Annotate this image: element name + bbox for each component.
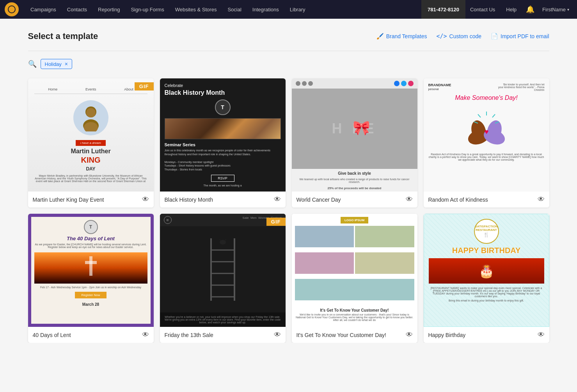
mlk-portrait bbox=[73, 100, 108, 135]
template-name-mlk: Martin Luther King Day Event bbox=[33, 197, 104, 203]
cd-sub: We'd like to invite you in on a conversa… bbox=[292, 313, 417, 324]
nav-campaigns[interactable]: Campaigns bbox=[25, 0, 62, 19]
svg-line-11 bbox=[492, 114, 495, 117]
wc-give-back-title: Give back in style bbox=[292, 169, 417, 178]
import-pdf-label: Import PDF to email bbox=[501, 33, 549, 39]
search-icon: 🔍 bbox=[28, 60, 37, 68]
cd-collage bbox=[292, 226, 417, 304]
paintbrush-icon: 🖌️ bbox=[376, 33, 384, 40]
template-card-mlk: HomeEventsAbout i have a dream Martin Lu… bbox=[28, 78, 154, 208]
preview-icon-world-cancer[interactable]: 👁 bbox=[406, 195, 413, 204]
import-pdf-button[interactable]: 📄 Import PDF to email bbox=[491, 33, 549, 40]
nav-websites[interactable]: Websites & Stores bbox=[170, 0, 222, 19]
pdf-icon: 📄 bbox=[491, 33, 498, 40]
template-thumb-dark-gif[interactable]: ⛨ Sale Men Women Contact bbox=[160, 214, 286, 327]
main-content: Select a template 🖌️ Brand Templates </>… bbox=[16, 19, 562, 343]
lent-title: The 40 Days of Lent bbox=[67, 236, 115, 241]
nav-right: Contact Us Help 🔔 FirstName ▾ bbox=[465, 0, 572, 19]
bday-footer-text: Bring this email in during your birthday… bbox=[449, 299, 524, 302]
holiday-filter-tag: Holiday × bbox=[41, 59, 73, 69]
svg-point-2 bbox=[86, 108, 96, 117]
filter-tag-close-button[interactable]: × bbox=[65, 61, 68, 67]
nav-username: FirstName bbox=[542, 7, 566, 12]
bh-celebrate: Celebrate bbox=[165, 83, 281, 88]
template-thumb-mlk[interactable]: HomeEventsAbout i have a dream Martin Lu… bbox=[28, 78, 154, 192]
template-name-birthday: Happy Birthday bbox=[428, 332, 466, 338]
bday-body-text: [RESTAURANT NAME] wants to make your spe… bbox=[429, 287, 544, 298]
lent-register-button[interactable]: Register Now bbox=[75, 292, 106, 298]
bday-title: HAPPY BIRTHDAY bbox=[452, 246, 521, 255]
template-name-world-cancer: World Cancer Day bbox=[296, 197, 341, 203]
nav-contacts[interactable]: Contacts bbox=[62, 0, 92, 19]
k-body-text: Random Act of Kindness Day is a great op… bbox=[428, 153, 545, 161]
template-footer-birthday: Happy Birthday 👁 bbox=[424, 327, 549, 343]
preview-icon-mlk[interactable]: 👁 bbox=[142, 195, 149, 204]
template-thumb-birthday[interactable]: SATISFACTIONRESTAURANT 🍴 HAPPY BIRTHDAY … bbox=[424, 214, 549, 327]
mlk-body-text: Mayor Melvin Bradley, in partnership wit… bbox=[34, 174, 147, 183]
nav-signup-forms[interactable]: Sign-up Forms bbox=[125, 0, 169, 19]
wc-donate-text: 25% of the proceeds will be donated bbox=[292, 185, 417, 192]
header-actions: 🖌️ Brand Templates </> Custom code 📄 Imp… bbox=[376, 33, 549, 40]
lent-date: March 28 bbox=[82, 302, 99, 307]
template-thumb-kindness[interactable]: BRANDNAMEpersonal 'Be kinder to yourself… bbox=[424, 78, 549, 192]
template-thumb-customer-day[interactable]: LOGO IPSUM It's Get To Know Your Custome… bbox=[292, 214, 417, 327]
nav-social[interactable]: Social bbox=[222, 0, 247, 19]
nav-help[interactable]: Help bbox=[501, 0, 521, 19]
wc-header bbox=[292, 78, 417, 89]
navigation: Campaigns Contacts Reporting Sign-up For… bbox=[0, 0, 577, 19]
logo[interactable] bbox=[5, 2, 19, 16]
template-footer-world-cancer: World Cancer Day 👁 bbox=[292, 192, 417, 208]
template-grid: HomeEventsAbout i have a dream Martin Lu… bbox=[28, 78, 549, 343]
nav-phone: 781-472-8120 bbox=[421, 0, 465, 19]
brand-templates-label: Brand Templates bbox=[386, 33, 427, 39]
template-footer-dark-gif: Friday the 13th Sale 👁 bbox=[160, 327, 286, 343]
bh-logo: T bbox=[215, 99, 231, 115]
nav-reporting[interactable]: Reporting bbox=[92, 0, 125, 19]
nav-user-menu[interactable]: FirstName ▾ bbox=[539, 7, 572, 12]
preview-icon-customer-day[interactable]: 👁 bbox=[406, 331, 413, 339]
template-thumb-lent[interactable]: T The 40 Days of Lent As we prepare for … bbox=[28, 214, 154, 327]
dark-main-image bbox=[160, 226, 286, 312]
nav-contact-us[interactable]: Contact Us bbox=[465, 0, 500, 19]
preview-icon-lent[interactable]: 👁 bbox=[142, 331, 149, 339]
code-icon: </> bbox=[436, 33, 447, 40]
template-thumb-black-history[interactable]: Celebrate Black History Month T Seminar … bbox=[160, 78, 286, 192]
template-name-lent: 40 Days of Lent bbox=[33, 332, 71, 338]
lent-logo: T bbox=[84, 220, 98, 234]
lent-subtitle: As we prepare for Easter, the [CHURCH NA… bbox=[34, 243, 147, 248]
brand-templates-button[interactable]: 🖌️ Brand Templates bbox=[376, 33, 427, 40]
nav-integrations[interactable]: Integrations bbox=[247, 0, 284, 19]
svg-marker-23 bbox=[224, 238, 227, 241]
custom-code-button[interactable]: </> Custom code bbox=[436, 33, 481, 40]
template-card-kindness: BRANDNAMEpersonal 'Be kinder to yourself… bbox=[424, 78, 549, 208]
template-footer-customer-day: It's Get To Know Your Customer Day! 👁 bbox=[292, 327, 417, 343]
nav-library[interactable]: Library bbox=[284, 0, 311, 19]
nav-links: Campaigns Contacts Reporting Sign-up For… bbox=[25, 0, 418, 19]
preview-icon-birthday[interactable]: 👁 bbox=[538, 331, 545, 339]
page-title: Select a template bbox=[28, 31, 98, 41]
bh-seminar-title: Seminar Series bbox=[165, 142, 281, 147]
template-card-world-cancer: H PE 🎀 Give back in style We teamed up w… bbox=[292, 78, 417, 208]
k-header: BRANDNAMEpersonal 'Be kinder to yourself… bbox=[428, 83, 545, 91]
wc-sub-text: We teamed up with local artisans who cre… bbox=[292, 178, 417, 185]
bh-rsvp-button[interactable]: RSVP bbox=[211, 175, 234, 182]
cd-title: It's Get To Know Your Customer Day! bbox=[317, 306, 392, 313]
template-footer-kindness: Random Act of Kindness 👁 bbox=[424, 192, 549, 208]
bday-cake-image: 🎂 bbox=[429, 258, 544, 284]
mlk-quote-banner: i have a dream bbox=[76, 140, 106, 146]
dark-body-text: Whether you're a believer or not, your l… bbox=[160, 312, 286, 327]
wc-social-icons bbox=[394, 81, 414, 86]
preview-icon-dark-gif[interactable]: 👁 bbox=[274, 331, 281, 339]
template-name-customer-day: It's Get To Know Your Customer Day! bbox=[296, 332, 386, 338]
template-thumb-world-cancer[interactable]: H PE 🎀 Give back in style We teamed up w… bbox=[292, 78, 417, 192]
mlk-nav: HomeEventsAbout bbox=[34, 87, 147, 94]
lent-schedule-1: Feb 17 - Ash Wednesday Service 1pm - 2pm… bbox=[40, 286, 141, 289]
bell-icon[interactable]: 🔔 bbox=[523, 5, 538, 14]
preview-icon-kindness[interactable]: 👁 bbox=[538, 195, 545, 204]
preview-icon-black-history[interactable]: 👁 bbox=[274, 195, 281, 204]
chevron-down-icon: ▾ bbox=[567, 7, 569, 12]
template-card-dark-gif: ⛨ Sale Men Women Contact bbox=[160, 214, 286, 343]
bday-logo: SATISFACTIONRESTAURANT 🍴 bbox=[474, 219, 499, 244]
page-header: Select a template 🖌️ Brand Templates </>… bbox=[28, 31, 549, 41]
template-footer-black-history: Black History Month 👁 bbox=[160, 192, 286, 208]
